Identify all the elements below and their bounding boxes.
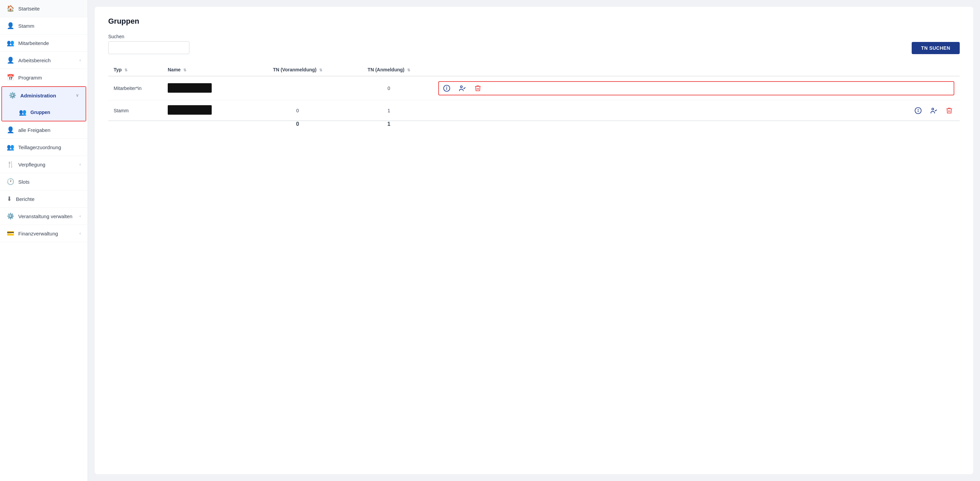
person-icon: 👤	[7, 56, 14, 64]
sort-icon[interactable]: ⇅	[407, 68, 410, 72]
sidebar-item-label: Finanzverwaltung	[18, 231, 58, 236]
gear-icon: ⚙️	[9, 92, 16, 99]
page-title: Gruppen	[108, 17, 960, 26]
cell-actions	[433, 76, 960, 100]
svg-point-7	[932, 108, 934, 110]
footer-total-anmeldung: 1	[345, 121, 433, 127]
sidebar-item-mitarbeitende[interactable]: 👥 Mitarbeitende	[0, 35, 88, 52]
groups-table: Typ ⇅ Name ⇅ TN (Voranmeldung) ⇅ TN (Anm…	[108, 64, 960, 127]
sidebar-item-programm[interactable]: 📅 Programm	[0, 69, 88, 86]
sidebar-item-stamm[interactable]: 👤 Stamm	[0, 17, 88, 35]
sidebar-item-label: Programm	[18, 75, 42, 81]
chevron-down-icon: ∨	[76, 93, 79, 98]
chevron-right-icon: ‹	[80, 58, 81, 62]
home-icon: 🏠	[7, 5, 14, 12]
delete-button[interactable]	[944, 105, 954, 116]
chevron-right-icon: ‹	[80, 231, 81, 236]
sort-icon[interactable]: ⇅	[124, 68, 127, 72]
col-header-actions	[433, 64, 960, 76]
cell-tn-anmeldung: 0	[345, 76, 433, 100]
footer-empty-name	[162, 121, 250, 127]
cell-name	[162, 100, 250, 121]
sidebar-item-label: Teillagerzuordnung	[18, 145, 61, 150]
sidebar-item-slots[interactable]: 🕐 Slots	[0, 173, 88, 190]
content-area: Gruppen Suchen TN SUCHEN Typ ⇅ Name ⇅	[95, 7, 973, 474]
sidebar-item-label: alle Freigaben	[18, 127, 50, 133]
card-icon: 💳	[7, 230, 14, 237]
chevron-right-icon: ‹	[80, 214, 81, 218]
sidebar-item-label: Startseite	[18, 6, 40, 11]
download-icon: ⬇	[7, 195, 12, 202]
cell-tn-voranmeldung: 0	[250, 100, 345, 121]
chevron-right-icon: ‹	[80, 162, 81, 167]
sidebar-item-label: Stamm	[18, 23, 35, 29]
calendar-icon: 📅	[7, 74, 14, 81]
table-footer-row: 0 1	[108, 121, 960, 127]
sidebar-item-label: Verpflegung	[18, 162, 45, 167]
cell-typ: Mitarbeiter*in	[108, 76, 162, 100]
sidebar-item-gruppen[interactable]: 👥 Gruppen	[2, 104, 86, 121]
sidebar-item-teillagerzuordnung[interactable]: 👥 Teillagerzuordnung	[0, 139, 88, 156]
sidebar-item-label: Slots	[18, 179, 29, 185]
col-header-name: Name ⇅	[162, 64, 250, 76]
col-header-typ: Typ ⇅	[108, 64, 162, 76]
sidebar-item-startseite[interactable]: 🏠 Startseite	[0, 0, 88, 17]
search-group: Suchen	[108, 34, 189, 54]
search-label: Suchen	[108, 34, 189, 39]
sidebar-item-label: Gruppen	[30, 110, 50, 115]
sidebar-item-arbeitsbereich[interactable]: 👤 Arbeitsbereich ‹	[0, 52, 88, 69]
delete-button[interactable]	[473, 83, 483, 93]
main-content: Gruppen Suchen TN SUCHEN Typ ⇅ Name ⇅	[88, 0, 980, 481]
sidebar-item-label: Veranstaltung verwalten	[18, 213, 72, 219]
search-row: Suchen TN SUCHEN	[108, 34, 960, 54]
clock-icon: 🕐	[7, 178, 14, 185]
sidebar-item-label: Administration	[20, 93, 56, 99]
manage-members-button[interactable]	[457, 83, 467, 93]
table-row: Mitarbeiter*in 0	[108, 76, 960, 100]
col-header-tn-anmeldung: TN (Anmeldung) ⇅	[345, 64, 433, 76]
person-icon: 👤	[7, 22, 14, 29]
redacted-name	[168, 83, 212, 93]
sort-icon[interactable]: ⇅	[319, 68, 322, 72]
row-actions	[438, 105, 954, 116]
cell-tn-anmeldung: 1	[345, 100, 433, 121]
sidebar-item-veranstaltung-verwalten[interactable]: ⚙️ Veranstaltung verwalten ‹	[0, 208, 88, 225]
tn-suchen-button[interactable]: TN SUCHEN	[912, 42, 960, 54]
manage-members-button[interactable]	[929, 105, 939, 116]
table-header: Typ ⇅ Name ⇅ TN (Voranmeldung) ⇅ TN (Anm…	[108, 64, 960, 76]
person-icon: 👤	[7, 126, 14, 134]
redacted-name	[168, 105, 212, 115]
sidebar-item-verpflegung[interactable]: 🍴 Verpflegung ‹	[0, 156, 88, 173]
footer-empty-typ	[108, 121, 162, 127]
people-icon: 👥	[7, 39, 14, 47]
info-button[interactable]	[442, 83, 452, 93]
sidebar: 🏠 Startseite 👤 Stamm 👥 Mitarbeitende 👤 A…	[0, 0, 88, 481]
svg-point-3	[461, 86, 463, 88]
footer-total-voranmeldung: 0	[250, 121, 345, 127]
cell-tn-voranmeldung	[250, 76, 345, 100]
admin-section: ⚙️ Administration ∨ 👥 Gruppen	[2, 86, 86, 121]
cell-name	[162, 76, 250, 100]
table-row: Stamm 0 1	[108, 100, 960, 121]
table-body: Mitarbeiter*in 0	[108, 76, 960, 121]
search-input[interactable]	[108, 41, 189, 54]
info-button[interactable]	[913, 105, 923, 116]
gear-icon: ⚙️	[7, 212, 14, 220]
fork-knife-icon: 🍴	[7, 161, 14, 168]
sidebar-item-label: Mitarbeitende	[18, 40, 49, 46]
table-footer: 0 1	[108, 121, 960, 127]
sidebar-item-finanzverwaltung[interactable]: 💳 Finanzverwaltung ‹	[0, 225, 88, 242]
sidebar-item-alle-freigaben[interactable]: 👤 alle Freigaben	[0, 121, 88, 139]
people-icon: 👥	[7, 143, 14, 151]
footer-empty-actions	[433, 121, 960, 127]
col-header-tn-voranmeldung: TN (Voranmeldung) ⇅	[250, 64, 345, 76]
cell-actions	[433, 100, 960, 121]
cell-typ: Stamm	[108, 100, 162, 121]
sidebar-item-label: Arbeitsbereich	[18, 57, 51, 63]
sidebar-item-berichte[interactable]: ⬇ Berichte	[0, 190, 88, 208]
sidebar-item-administration[interactable]: ⚙️ Administration ∨	[2, 87, 86, 104]
groups-icon: 👥	[19, 108, 26, 116]
row-actions-highlighted	[438, 81, 954, 96]
sidebar-item-label: Berichte	[16, 196, 35, 202]
sort-icon[interactable]: ⇅	[183, 68, 186, 72]
